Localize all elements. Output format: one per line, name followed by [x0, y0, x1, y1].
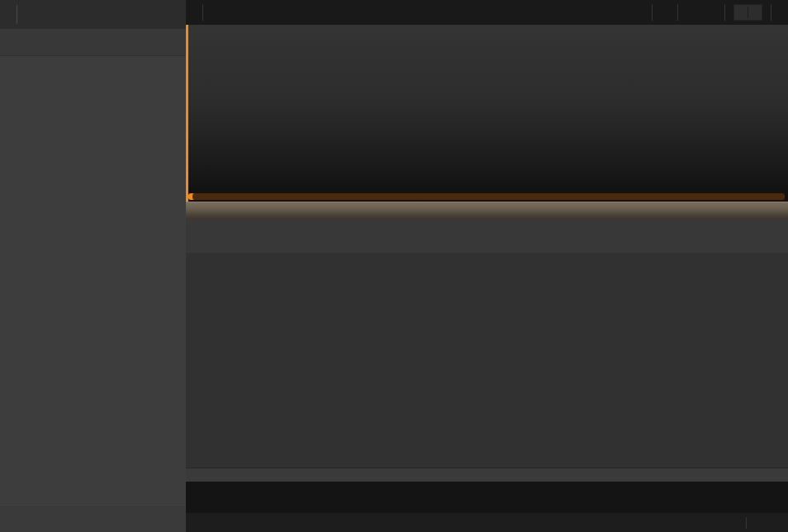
top-bar — [186, 0, 788, 25]
toolbar-divider — [17, 5, 17, 24]
sample-param-row — [186, 219, 788, 253]
sampler-window — [0, 0, 788, 532]
topbar-divider — [724, 4, 725, 21]
library-header — [0, 29, 186, 56]
piano-keyboard[interactable] — [186, 482, 788, 511]
topbar-divider — [677, 4, 678, 21]
library-file-list — [0, 56, 186, 505]
library-sidebar — [0, 0, 186, 532]
waveform — [188, 25, 436, 149]
topbar-divider — [771, 4, 771, 21]
main-panel — [186, 0, 788, 532]
mapping-area[interactable] — [186, 253, 788, 468]
bottom-bar — [186, 513, 788, 532]
sidebar-footer — [0, 505, 186, 532]
scrollbar-thumb[interactable] — [192, 193, 785, 200]
topbar-divider — [652, 4, 653, 21]
waveform-display[interactable] — [186, 25, 788, 202]
library-toolbar — [0, 0, 186, 29]
octave-ruler — [186, 468, 788, 482]
voice-counter — [733, 4, 762, 21]
topbar-divider — [202, 4, 203, 21]
voice-counter-divider — [748, 7, 748, 18]
sample-start-marker[interactable] — [186, 25, 188, 202]
bottombar-divider — [746, 517, 747, 529]
waveform-scrollbar[interactable] — [186, 192, 788, 202]
editor-tabbar — [186, 202, 788, 219]
